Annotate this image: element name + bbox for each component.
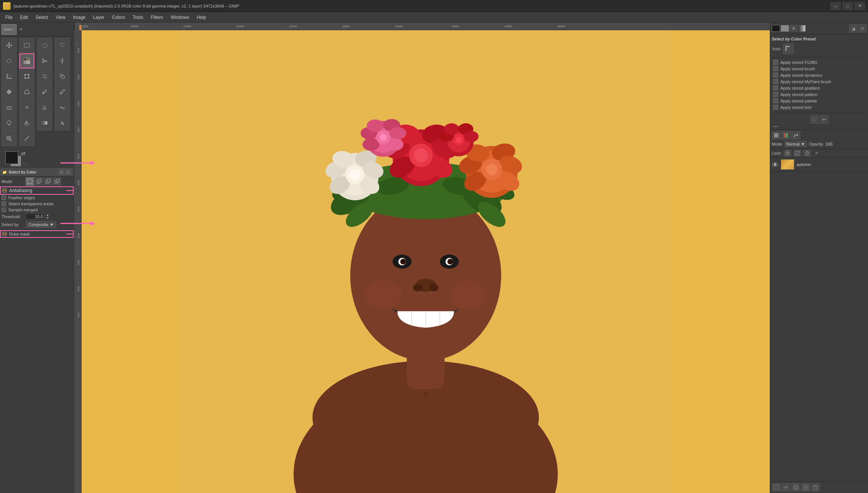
svg-text:|noo: |noo	[77, 259, 80, 265]
delete-layer-btn[interactable]	[811, 483, 820, 491]
dodge-burn-tool[interactable]	[2, 115, 17, 130]
svg-rect-160	[774, 133, 778, 134]
threshold-input[interactable]	[26, 214, 45, 220]
heal-tool[interactable]	[2, 84, 17, 99]
layers-tab-channels-btn[interactable]	[782, 131, 791, 140]
threshold-spinner[interactable]: ▲ ▼	[46, 214, 49, 220]
mode-intersect-btn[interactable]	[53, 177, 61, 186]
transform-tool[interactable]	[19, 69, 34, 84]
layer-name: autumn-	[797, 162, 866, 167]
menu-select[interactable]: Select	[32, 13, 52, 22]
svg-rect-163	[784, 133, 786, 138]
eraser-tool[interactable]	[2, 100, 17, 115]
layer-row[interactable]: autumn-	[770, 158, 868, 172]
ink-tool[interactable]	[37, 100, 52, 115]
preset-restore-btn[interactable]: ↩	[820, 115, 828, 124]
lock-alpha-btn[interactable]	[794, 150, 801, 157]
apply-pattern-checkbox[interactable]	[773, 92, 778, 97]
apply-font-checkbox[interactable]	[773, 105, 778, 110]
draw-mask-checkbox[interactable]: ✕	[2, 232, 7, 236]
preset-save-btn[interactable]: ↓	[810, 115, 819, 124]
layer-visibility-toggle[interactable]	[772, 161, 778, 168]
menu-help[interactable]: Help	[193, 13, 210, 22]
apply-dynamics-checkbox[interactable]	[773, 73, 778, 78]
canvas-area[interactable]: autumn-goodman-vTL_qy03D1I-unsplash ✕ |3…	[74, 23, 770, 493]
mode-add-btn[interactable]	[35, 177, 43, 186]
apply-gradient-checkbox[interactable]	[773, 85, 778, 90]
blend-tool[interactable]	[37, 115, 52, 130]
layers-tab-paths-btn[interactable]	[791, 131, 800, 140]
lock-all-btn[interactable]	[803, 150, 811, 157]
menu-file[interactable]: File	[2, 13, 16, 22]
apply-mypaint-checkbox[interactable]	[773, 79, 778, 84]
move-tool[interactable]	[2, 38, 17, 53]
select-transparent-checkbox[interactable]	[2, 202, 6, 206]
add-channel-btn[interactable]	[772, 483, 781, 491]
fg-color[interactable]	[5, 151, 18, 164]
measure-tool[interactable]	[19, 131, 34, 146]
menu-tools[interactable]: Tools	[129, 13, 147, 22]
perspective-tool[interactable]	[19, 84, 34, 99]
restore-defaults-btn[interactable]: ↩	[59, 169, 65, 175]
canvas-image[interactable]	[82, 30, 770, 493]
feather-edges-checkbox[interactable]	[2, 195, 6, 200]
add-layer-btn[interactable]	[801, 483, 810, 491]
airbrush-tool[interactable]	[19, 100, 34, 115]
menu-view[interactable]: View	[52, 13, 69, 22]
apply-brush-checkbox[interactable]	[773, 66, 778, 71]
swap-colors-icon[interactable]: ⇄	[21, 150, 26, 157]
ellipse-select-tool[interactable]	[37, 38, 52, 53]
merge-layers-btn[interactable]	[782, 483, 791, 491]
text-tool[interactable]: A	[55, 115, 70, 130]
antialiasing-checkbox[interactable]: ✕	[2, 188, 7, 193]
select-by-color-tool[interactable]	[19, 53, 34, 68]
pencil-tool[interactable]	[55, 84, 70, 99]
apply-font-label: Apply stored font	[780, 105, 812, 110]
left-panel: autumn... ✕	[0, 23, 74, 493]
layers-tab-list-btn[interactable]	[772, 131, 781, 140]
menu-colors[interactable]: Colors	[108, 13, 129, 22]
bucket-fill-tool[interactable]	[19, 115, 34, 130]
smudge-tool[interactable]	[55, 100, 70, 115]
tool-options-title: 📁 Select by Color	[2, 170, 36, 174]
warp-tool[interactable]	[37, 69, 52, 84]
right-panel-icon2[interactable]: ⟳	[858, 24, 866, 33]
document-tab[interactable]: autumn...	[2, 24, 17, 35]
expand-btn[interactable]: □	[65, 169, 71, 175]
lasso-tool[interactable]	[55, 38, 70, 53]
close-button[interactable]: ✕	[854, 2, 865, 10]
gradient-indicator[interactable]	[798, 25, 806, 32]
paintbrush-tool[interactable]	[37, 84, 52, 99]
menu-image[interactable]: Image	[69, 13, 89, 22]
menu-layer[interactable]: Layer	[90, 13, 108, 22]
icon-preview[interactable]	[783, 43, 794, 54]
rect-select-tool[interactable]	[19, 38, 34, 53]
clone-tool[interactable]	[55, 69, 70, 84]
mode-replace-btn[interactable]	[26, 177, 34, 186]
fg-bg-checkbox-row: Apply stored FG/BG	[772, 59, 866, 65]
pattern-indicator[interactable]: A	[790, 25, 797, 32]
menu-windows[interactable]: Windows	[167, 13, 193, 22]
lock-pixels-btn[interactable]	[784, 150, 791, 157]
mode-subtract-btn[interactable]	[44, 177, 52, 186]
remove-lock-btn[interactable]: ✕	[815, 150, 819, 156]
sample-merged-checkbox[interactable]	[2, 208, 6, 212]
crop-tool[interactable]	[2, 69, 17, 84]
menu-edit[interactable]: Edit	[16, 13, 32, 22]
menu-filters[interactable]: Filters	[147, 13, 167, 22]
apply-fg-bg-checkbox[interactable]	[773, 60, 778, 65]
align-tool[interactable]	[55, 53, 70, 68]
close-tab-btn[interactable]: ✕	[17, 24, 24, 35]
duplicate-layer-btn[interactable]	[791, 483, 800, 491]
maximize-button[interactable]: □	[842, 2, 853, 10]
apply-palette-checkbox[interactable]	[773, 98, 778, 103]
reset-colors-icon[interactable]: ⬛	[23, 162, 27, 166]
zoom-tool[interactable]	[2, 131, 17, 146]
scissors-select-tool[interactable]	[37, 53, 52, 68]
svg-text:|noo: |noo	[77, 153, 80, 159]
mode-dropdown[interactable]: Normal ▼	[785, 141, 807, 147]
select-by-dropdown[interactable]: Composite ▼	[26, 221, 56, 228]
minimize-button[interactable]: —	[830, 2, 841, 10]
right-panel-icon1[interactable]: ◪	[849, 24, 857, 33]
fuzzy-select-tool[interactable]	[2, 53, 17, 68]
